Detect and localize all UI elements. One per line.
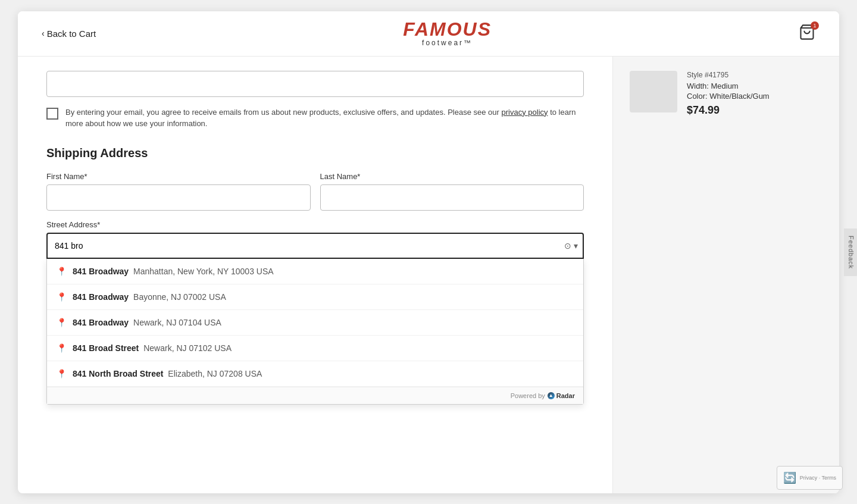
- logo-area: FAMOUS footwear™: [403, 20, 492, 47]
- left-panel: By entering your email, you agree to rec…: [18, 57, 613, 493]
- street-address-group: Street Address* 841 bro ⊙ ▾ 📍 841 Broadw…: [46, 220, 584, 259]
- street-address-input[interactable]: 841 bro: [46, 233, 584, 259]
- email-consent-text: By entering your email, you agree to rec…: [65, 107, 584, 130]
- brand-logo: FAMOUS: [403, 20, 492, 39]
- chevron-down-icon: ▾: [574, 241, 578, 251]
- autocomplete-item[interactable]: 📍 841 North Broad Street Elizabeth, NJ 0…: [47, 361, 583, 387]
- pin-icon: 📍: [57, 369, 67, 378]
- addr-bold: 841 Broadway: [73, 267, 129, 276]
- addr-detail: Elizabeth, NJ 07208 USA: [165, 369, 262, 378]
- brand-sub-logo: footwear™: [403, 39, 492, 47]
- addr-bold: 841 Broadway: [73, 292, 129, 302]
- street-address-wrapper: 841 bro ⊙ ▾ 📍 841 Broadway Manhattan, Ne…: [46, 233, 584, 259]
- pin-icon: 📍: [57, 292, 67, 302]
- main-layout: By entering your email, you agree to rec…: [18, 57, 839, 493]
- last-name-input[interactable]: [320, 184, 584, 211]
- header: ‹ Back to Cart FAMOUS footwear™ 1: [18, 11, 839, 57]
- product-color: Color: White/Black/Gum: [687, 92, 822, 101]
- name-row: First Name* Last Name*: [46, 172, 584, 211]
- product-width: Width: Medium: [687, 82, 822, 90]
- addr-detail: Bayonne, NJ 07002 USA: [131, 292, 226, 302]
- location-target-icon: ⊙: [564, 241, 571, 251]
- pin-icon: 📍: [57, 343, 67, 353]
- email-input[interactable]: [46, 71, 584, 97]
- autocomplete-item[interactable]: 📍 841 Broadway Newark, NJ 07104 USA: [47, 310, 583, 336]
- cart-badge: 1: [811, 21, 819, 30]
- product-price: $74.99: [687, 104, 822, 117]
- page-wrapper: ‹ Back to Cart FAMOUS footwear™ 1: [18, 11, 839, 493]
- addr-detail: Newark, NJ 07102 USA: [141, 343, 232, 353]
- recaptcha-icon: 🔄: [783, 471, 796, 484]
- pin-icon: 📍: [57, 318, 67, 327]
- order-item: Style #41795 Width: Medium Color: White/…: [630, 71, 822, 117]
- powered-by-label: Powered by: [511, 392, 545, 399]
- pin-icon: 📍: [57, 267, 67, 276]
- last-name-group: Last Name*: [320, 172, 584, 211]
- street-address-icons: ⊙ ▾: [564, 241, 578, 251]
- right-panel: Style #41795 Width: Medium Color: White/…: [613, 57, 839, 493]
- feedback-tab[interactable]: Feedback: [844, 228, 857, 276]
- street-address-label: Street Address*: [46, 220, 584, 229]
- first-name-group: First Name*: [46, 172, 311, 211]
- chevron-left-icon: ‹: [42, 29, 45, 38]
- radar-logo: ▲ Radar: [548, 392, 575, 399]
- email-consent-checkbox[interactable]: [46, 108, 58, 120]
- product-image: [630, 71, 677, 112]
- recaptcha-label: Privacy · Terms: [800, 475, 836, 481]
- back-to-cart-label: Back to Cart: [47, 29, 96, 39]
- autocomplete-item[interactable]: 📍 841 Broad Street Newark, NJ 07102 USA: [47, 336, 583, 361]
- style-number: Style #41795: [687, 71, 822, 79]
- cart-button[interactable]: 1: [799, 24, 815, 43]
- addr-bold: 841 Broad Street: [73, 343, 139, 353]
- autocomplete-item[interactable]: 📍 841 Broadway Manhattan, New York, NY 1…: [47, 259, 583, 284]
- first-name-label: First Name*: [46, 172, 311, 181]
- autocomplete-item[interactable]: 📍 841 Broadway Bayonne, NJ 07002 USA: [47, 284, 583, 310]
- shipping-address-title: Shipping Address: [46, 146, 584, 160]
- addr-bold: 841 Broadway: [73, 318, 129, 327]
- addr-detail: Newark, NJ 07104 USA: [131, 318, 221, 327]
- last-name-label: Last Name*: [320, 172, 584, 181]
- radar-symbol-icon: ▲: [548, 392, 555, 399]
- order-item-details: Style #41795 Width: Medium Color: White/…: [687, 71, 822, 117]
- back-to-cart-link[interactable]: ‹ Back to Cart: [42, 29, 96, 39]
- addr-bold: 841 North Broad Street: [73, 369, 163, 378]
- autocomplete-dropdown: 📍 841 Broadway Manhattan, New York, NY 1…: [46, 259, 584, 405]
- email-consent-section: By entering your email, you agree to rec…: [46, 107, 584, 130]
- recaptcha-box: 🔄 Privacy · Terms: [777, 466, 843, 490]
- autocomplete-footer: Powered by ▲ Radar: [47, 387, 583, 404]
- addr-detail: Manhattan, New York, NY 10003 USA: [131, 267, 273, 276]
- privacy-policy-link[interactable]: privacy policy: [502, 108, 548, 117]
- first-name-input[interactable]: [46, 184, 311, 211]
